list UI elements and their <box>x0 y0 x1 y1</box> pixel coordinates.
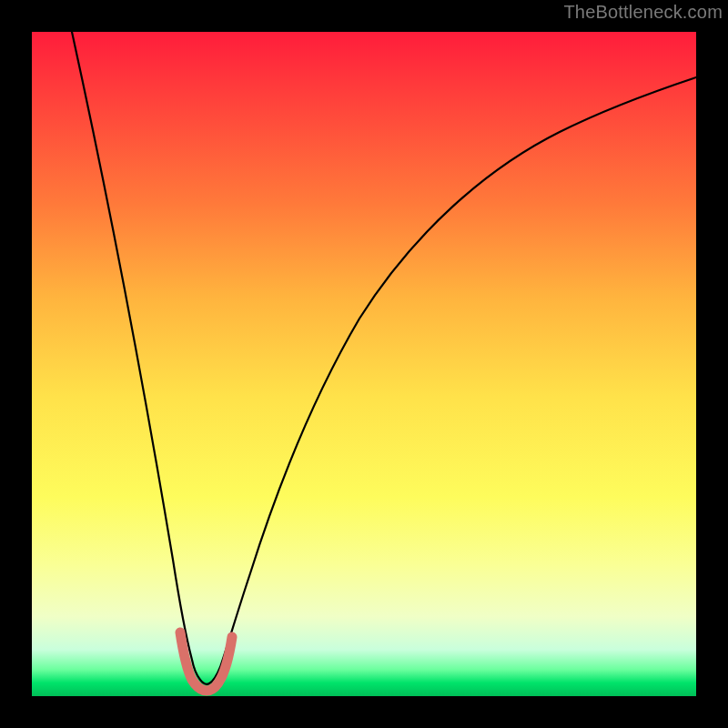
bottleneck-curve <box>72 32 696 684</box>
plot-area <box>32 32 696 696</box>
chart-frame: TheBottleneck.com <box>0 0 728 728</box>
watermark-text: TheBottleneck.com <box>563 2 723 23</box>
curve-layer <box>32 32 696 696</box>
